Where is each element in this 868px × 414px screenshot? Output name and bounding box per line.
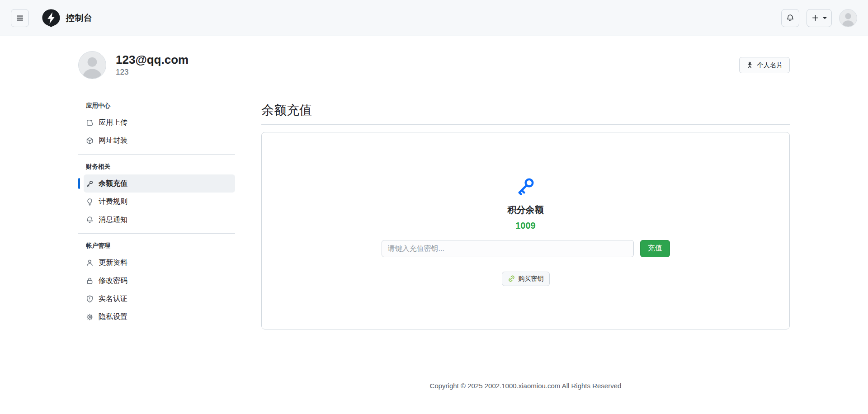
key-icon: [515, 176, 536, 197]
sidebar-item-label: 实名认证: [99, 294, 127, 304]
caret-down-icon: [823, 17, 827, 19]
package-icon: [86, 137, 94, 145]
sidebar-item-notifications[interactable]: 消息通知: [84, 211, 235, 229]
sidebar-item-real-name-verify[interactable]: 实名认证: [84, 290, 235, 308]
app-title: 控制台: [66, 12, 93, 24]
copyright-footer: Copyright © 2025 2002.1000.xiaomiou.com …: [261, 382, 790, 408]
balance-value: 1009: [515, 221, 536, 231]
recharge-key-input[interactable]: [382, 240, 634, 257]
person-figure-icon: [746, 61, 754, 69]
header-user-avatar[interactable]: [839, 9, 857, 27]
bell-icon: [86, 216, 94, 224]
recharge-button[interactable]: 充值: [640, 240, 670, 257]
sidebar-item-label: 余额充值: [99, 179, 127, 188]
buy-key-label: 购买密钥: [519, 275, 544, 283]
hamburger-menu-button[interactable]: [11, 9, 29, 27]
lightbulb-icon: [86, 198, 94, 206]
person-icon: [86, 259, 94, 267]
shield-icon: [86, 295, 94, 303]
key-icon: [86, 180, 94, 188]
profile-username: 123: [116, 68, 189, 77]
sidebar-divider: [78, 154, 235, 155]
link-icon: [508, 275, 515, 282]
page-title: 余额充值: [261, 102, 790, 125]
sidebar-section-app-center: 应用中心: [78, 102, 235, 113]
profile-avatar: [78, 51, 106, 79]
sidebar-item-balance-recharge[interactable]: 余额充值: [84, 174, 235, 193]
sidebar-item-label: 消息通知: [99, 215, 127, 225]
sidebar-item-url-package[interactable]: 网址封装: [84, 132, 235, 150]
sidebar-item-label: 隐私设置: [99, 312, 127, 322]
sidebar-item-app-upload[interactable]: 应用上传: [84, 113, 235, 132]
sidebar-section-account: 帐户管理: [78, 242, 235, 254]
gear-icon: [86, 313, 94, 321]
profile-info: 123@qq.com 123: [116, 53, 189, 77]
lock-icon: [86, 277, 94, 285]
profile-header: 123@qq.com 123 个人名片: [78, 51, 790, 79]
buy-key-button[interactable]: 购买密钥: [502, 272, 550, 286]
personal-card-label: 个人名片: [757, 61, 783, 70]
top-navbar: 控制台: [0, 0, 868, 36]
bell-icon: [786, 14, 794, 22]
sidebar-nav: 应用中心 应用上传: [78, 102, 235, 326]
recharge-form: 充值: [382, 240, 670, 257]
balance-label: 积分余额: [508, 204, 544, 216]
plus-icon: [811, 14, 819, 22]
sidebar-item-label: 更新资料: [99, 258, 127, 268]
notifications-button[interactable]: [781, 9, 799, 27]
sidebar-divider: [78, 233, 235, 234]
sidebar-item-billing-rules[interactable]: 计费规则: [84, 193, 235, 211]
sidebar-item-update-profile[interactable]: 更新资料: [84, 254, 235, 272]
sidebar-item-label: 网址封装: [99, 136, 127, 146]
sidebar-item-change-password[interactable]: 修改密码: [84, 272, 235, 290]
sidebar-item-label: 应用上传: [99, 118, 127, 127]
personal-card-button[interactable]: 个人名片: [739, 57, 790, 73]
sidebar-item-label: 计费规则: [99, 197, 127, 207]
sidebar-section-finance: 财务相关: [78, 163, 235, 174]
sidebar-item-label: 修改密码: [99, 276, 127, 286]
profile-email: 123@qq.com: [116, 53, 189, 67]
lightning-bolt-logo: [42, 9, 61, 28]
upload-icon: [86, 119, 94, 127]
main-content: 余额充值 积分余额 1009 充值: [261, 102, 790, 408]
recharge-card: 积分余额 1009 充值 购买密钥: [261, 132, 790, 329]
brand[interactable]: 控制台: [42, 9, 93, 28]
create-new-button[interactable]: [807, 9, 832, 27]
hamburger-icon: [16, 14, 24, 22]
sidebar-item-privacy-settings[interactable]: 隐私设置: [84, 308, 235, 326]
